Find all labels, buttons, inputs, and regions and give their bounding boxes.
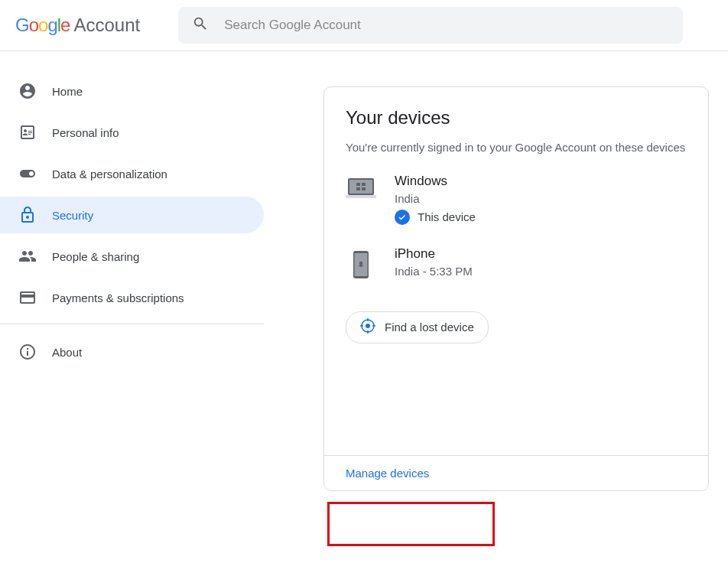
card-subtitle: You're currently signed in to your Googl… <box>346 139 687 157</box>
svg-rect-5 <box>356 187 360 190</box>
device-row-windows[interactable]: Windows India This device <box>346 174 687 225</box>
google-account-logo[interactable]: Google Account <box>15 15 140 36</box>
svg-rect-4 <box>362 183 366 186</box>
id-card-icon <box>18 123 37 142</box>
search-input[interactable] <box>224 18 669 33</box>
highlight-annotation <box>327 502 495 546</box>
toggle-icon <box>18 164 37 183</box>
nav-label: People & sharing <box>52 250 139 263</box>
svg-rect-6 <box>362 187 366 190</box>
svg-point-13 <box>366 324 370 328</box>
sidebar-item-payments[interactable]: Payments & subscriptions <box>0 279 264 316</box>
divider <box>0 324 264 324</box>
manage-devices-link[interactable]: Manage devices <box>346 467 429 480</box>
sidebar-item-about[interactable]: About <box>0 334 264 370</box>
nav-label: Security <box>52 209 93 222</box>
search-bar[interactable] <box>178 7 683 44</box>
laptop-icon <box>346 174 376 200</box>
phone-icon <box>346 246 376 278</box>
svg-rect-2 <box>346 195 376 198</box>
nav-label: Data & personalization <box>52 168 167 181</box>
account-word: Account <box>73 15 140 36</box>
devices-card: Your devices You're currently signed in … <box>323 86 709 491</box>
find-lost-device-label: Find a lost device <box>385 321 474 334</box>
sidebar: Home Personal info Data & personalizatio… <box>0 51 264 491</box>
sidebar-item-personal-info[interactable]: Personal info <box>0 114 264 151</box>
svg-point-10 <box>359 261 363 265</box>
svg-rect-1 <box>349 180 372 194</box>
find-lost-device-chip[interactable]: Find a lost device <box>346 311 489 343</box>
info-icon <box>18 343 37 361</box>
nav-label: Personal info <box>52 126 119 139</box>
svg-rect-3 <box>356 183 360 186</box>
device-name: Windows <box>395 174 687 189</box>
lock-icon <box>18 206 37 224</box>
device-location: India - 5:33 PM <box>395 265 687 278</box>
target-icon <box>360 318 375 337</box>
sidebar-item-security[interactable]: Security <box>0 197 264 233</box>
device-name: iPhone <box>395 246 687 262</box>
this-device-label: This device <box>418 210 476 223</box>
people-icon <box>18 247 37 265</box>
search-icon <box>192 15 209 35</box>
sidebar-item-data-personalization[interactable]: Data & personalization <box>0 155 264 192</box>
device-row-iphone[interactable]: iPhone India - 5:33 PM <box>346 246 687 282</box>
credit-card-icon <box>18 288 37 307</box>
sidebar-item-home[interactable]: Home <box>0 73 264 109</box>
sidebar-item-people-sharing[interactable]: People & sharing <box>0 238 264 275</box>
google-logo: Google <box>15 15 70 36</box>
nav-label: About <box>52 346 82 359</box>
device-location: India <box>395 192 687 205</box>
checkmark-icon <box>395 210 410 225</box>
nav-label: Payments & subscriptions <box>52 291 184 304</box>
person-circle-icon <box>18 82 37 100</box>
nav-label: Home <box>52 85 83 98</box>
card-title: Your devices <box>346 107 687 129</box>
